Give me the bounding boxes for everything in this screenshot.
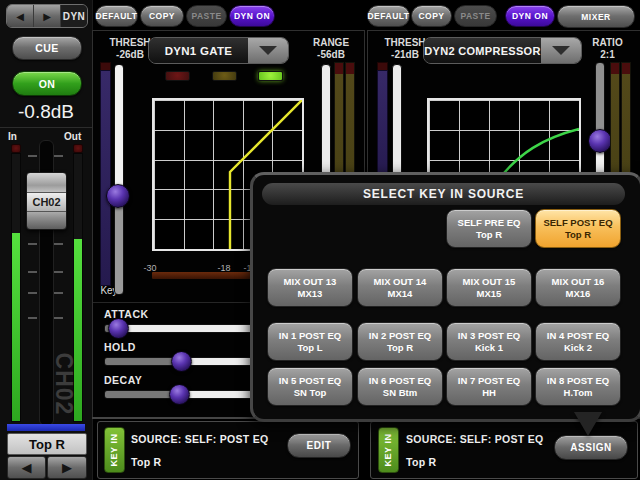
keyin-source-button[interactable]: IN 2 POST EQ Top R <box>357 322 443 361</box>
keyin-source-button[interactable]: IN 6 POST EQ SN Btm <box>357 367 443 406</box>
fader-tick <box>28 317 37 319</box>
keyin-edit-button[interactable]: EDIT <box>287 433 351 458</box>
keyin-tag-label: KEY IN <box>384 434 394 467</box>
out-clip-led <box>73 144 83 153</box>
keyin-source-button[interactable]: IN 4 POST EQ Kick 2 <box>535 322 621 361</box>
source-button-line2: MX13 <box>298 288 323 300</box>
dyn1-paste-button[interactable]: PASTE <box>186 5 227 27</box>
dyn2-ratio-knob[interactable] <box>588 129 612 153</box>
source-button-line2: H.Tom <box>564 387 593 399</box>
source-button-line1: MIX OUT 15 <box>463 276 516 288</box>
meter-red-cap <box>622 63 630 74</box>
dyn2-paste-button[interactable]: PASTE <box>454 5 497 27</box>
gate-led-green <box>258 71 283 81</box>
fader-handle-label: CH02 <box>27 192 66 212</box>
channel-prev-button[interactable]: ◀ <box>7 456 46 479</box>
keyin-source-button[interactable]: IN 8 POST EQ H.Tom <box>535 367 621 406</box>
meter-in-label: In <box>8 131 17 142</box>
dyn1-keyin-bar: KEY IN SOURCE: SELF: POST EQ Top R EDIT <box>97 421 359 479</box>
keyin-channel-text: Top R <box>131 456 161 468</box>
source-button-line2: MX16 <box>566 288 591 300</box>
attack-knob[interactable] <box>108 318 129 339</box>
select-keyin-source-popup: SELECT KEY IN SOURCE SELF PRE EQ Top R S… <box>250 172 640 422</box>
meter-red-cap <box>335 63 343 74</box>
dyn1-range-value: -56dB <box>302 49 360 61</box>
channel-color-bar <box>7 424 85 431</box>
fader-tick <box>54 292 63 294</box>
source-button-line2: Kick 1 <box>475 342 503 354</box>
fader-tick <box>54 317 63 319</box>
mixer-button[interactable]: MIXER <box>557 5 635 28</box>
keyin-source-text: SOURCE: SELF: POST EQ <box>131 433 269 445</box>
keyin-source-button[interactable]: IN 7 POST EQ HH <box>446 367 532 406</box>
dyn1-thresh-slider[interactable] <box>114 64 124 295</box>
keyin-source-button[interactable]: IN 1 POST EQ Top L <box>267 322 353 361</box>
channel-strip: ◀ ▶ DYN CUE ON -0.8dB In Out CH02 CH0 <box>0 0 93 480</box>
dyn1-copy-button[interactable]: COPY <box>140 5 184 27</box>
hold-knob[interactable] <box>171 351 192 372</box>
keyin-source-button[interactable]: MIX OUT 15 MX15 <box>446 268 532 307</box>
in-level-meter <box>11 153 21 422</box>
fader-tick <box>54 243 63 245</box>
arrow-right-icon: ▶ <box>62 460 72 475</box>
source-button-line2: HH <box>482 387 496 399</box>
fader-level-readout: -0.8dB <box>0 99 92 125</box>
tab-dyn[interactable]: DYN <box>61 5 87 27</box>
decay-knob[interactable] <box>169 384 190 405</box>
keyin-source-button[interactable]: SELF PRE EQ Top R <box>446 209 532 248</box>
source-button-line1: SELF PRE EQ <box>458 217 521 229</box>
dyn2-default-button[interactable]: DEFAULT <box>367 5 410 27</box>
arrow-left-icon: ◀ <box>22 460 32 475</box>
meter-red-cap <box>346 63 354 74</box>
keyin-source-button[interactable]: MIX OUT 14 MX14 <box>357 268 443 307</box>
popup-title: SELECT KEY IN SOURCE <box>262 183 625 205</box>
fader-handle[interactable]: CH02 <box>26 172 67 230</box>
attack-label: ATTACK <box>104 308 149 320</box>
dyn1-type-label: DYN1 GATE <box>149 38 248 63</box>
dyn2-type-selector[interactable]: DYN2 COMPRESSOR <box>423 37 582 64</box>
dyn2-on-button[interactable]: DYN ON <box>505 5 555 27</box>
dyn1-on-button[interactable]: DYN ON <box>229 5 275 27</box>
channel-id-watermark: CH02 <box>52 342 76 426</box>
source-button-line1: MIX OUT 14 <box>374 276 427 288</box>
source-button-line1: IN 5 POST EQ <box>279 375 341 387</box>
source-button-line1: IN 8 POST EQ <box>547 375 609 387</box>
on-button[interactable]: ON <box>12 71 82 96</box>
source-button-line2: Top R <box>565 229 591 241</box>
fader-tick <box>54 155 63 157</box>
source-button-line2: MX15 <box>477 288 502 300</box>
keyin-tag: KEY IN <box>104 427 125 473</box>
dyn1-default-button[interactable]: DEFAULT <box>95 5 138 27</box>
keyin-source-button[interactable]: MIX OUT 16 MX16 <box>535 268 621 307</box>
prev-channel-button[interactable]: ◀ <box>7 5 34 27</box>
source-button-line2: Top L <box>297 342 322 354</box>
dyn2-selector-arrow-button[interactable] <box>541 38 581 63</box>
arrow-right-icon: ▶ <box>43 11 51 22</box>
cue-button[interactable]: CUE <box>12 36 82 60</box>
source-button-line1: MIX OUT 13 <box>284 276 337 288</box>
keyin-source-button[interactable]: SELF POST EQ Top R <box>535 209 621 248</box>
popup-pointer <box>574 412 602 436</box>
divider <box>0 127 92 128</box>
keyin-source-button[interactable]: IN 3 POST EQ Kick 1 <box>446 322 532 361</box>
next-channel-button[interactable]: ▶ <box>34 5 61 27</box>
dyn1-type-selector[interactable]: DYN1 GATE <box>148 37 289 64</box>
source-button-line1: IN 3 POST EQ <box>458 330 520 342</box>
keyin-source-button[interactable]: IN 5 POST EQ SN Top <box>267 367 353 406</box>
fader-tick <box>28 243 37 245</box>
channel-next-button[interactable]: ▶ <box>47 456 87 479</box>
meter-out-label: Out <box>64 131 81 142</box>
dyn1-thresh-knob[interactable] <box>106 184 130 208</box>
source-button-line1: SELF POST EQ <box>543 217 612 229</box>
gate-led-red <box>165 71 190 81</box>
dyn2-copy-button[interactable]: COPY <box>411 5 452 27</box>
hold-label: HOLD <box>104 341 136 353</box>
source-button-line2: Top R <box>476 229 502 241</box>
gate-led-yellow <box>212 71 237 81</box>
keyin-assign-button[interactable]: ASSIGN <box>554 435 628 460</box>
keyin-source-button[interactable]: MIX OUT 13 MX13 <box>267 268 353 307</box>
source-button-line2: SN Top <box>294 387 327 399</box>
fader-tick <box>28 155 37 157</box>
dynamics-screen: ◀ ▶ DYN CUE ON -0.8dB In Out CH02 CH0 <box>0 0 640 480</box>
dyn1-selector-arrow-button[interactable] <box>248 38 288 63</box>
